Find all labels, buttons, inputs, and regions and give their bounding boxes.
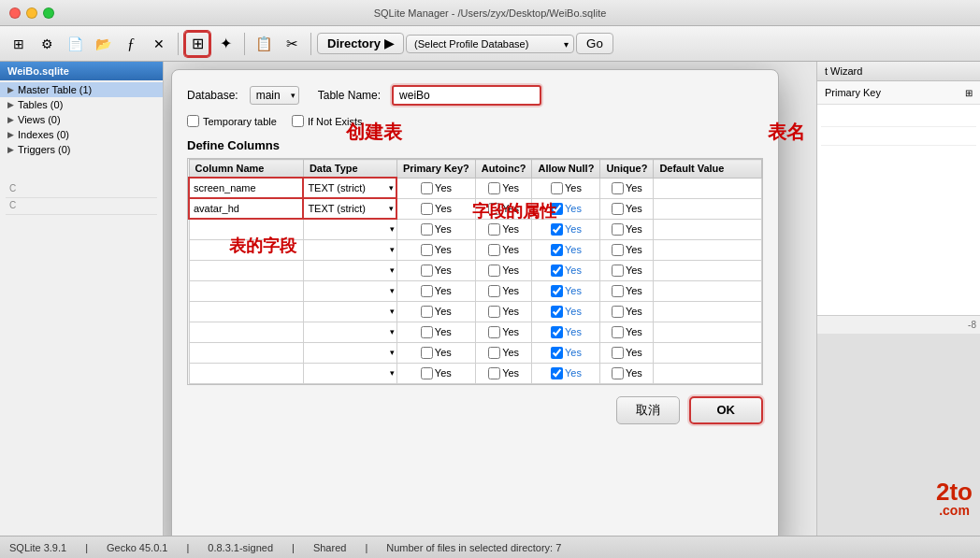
sidebar-db-name[interactable]: WeiBo.sqlite [0, 62, 163, 80]
temp-table-checkbox[interactable] [187, 115, 199, 127]
tablename-input[interactable] [392, 85, 541, 106]
sidebar-views-label: Views (0) [18, 114, 61, 125]
if-not-exists-checkbox-label[interactable]: If Not Exists [292, 115, 363, 127]
col-type-cell-3[interactable]: ▾ [303, 219, 396, 239]
col-header-allownull: Allow Null? [532, 160, 600, 179]
col-primary-cell-2: Yes [396, 198, 475, 219]
toolbar-btn-4[interactable]: 📂 [90, 31, 116, 57]
sidebar-section: ▶ Master Table (1) ▶ Tables (0) ▶ Views … [0, 80, 163, 159]
toolbar-btn-1[interactable]: ⊞ [6, 31, 32, 57]
files-info: Number of files in selected directory: 7 [386, 542, 561, 553]
ok-button[interactable]: OK [689, 396, 764, 424]
col-type-cell-2[interactable]: TEXT (strict) ▾ [303, 198, 396, 219]
sidebar-indexes-label: Indexes (0) [18, 129, 69, 140]
col-default-input-1[interactable] [657, 182, 757, 193]
col-autoinc-cell-1: Yes [475, 178, 532, 198]
sqlite-version: SQLite 3.9.1 [9, 542, 66, 553]
col-default-input-2[interactable] [657, 203, 757, 214]
table-row: TEXT (strict) ▾ Yes Yes Yes Yes [189, 198, 762, 219]
right-panel-title: t Wizard [825, 65, 862, 77]
col-autoinc-cell-2: Yes [475, 198, 532, 219]
triangle-icon: ▶ [7, 100, 14, 109]
sidebar-item-triggers[interactable]: ▶ Triggers (0) [0, 142, 163, 157]
window-title: SQLite Manager - /Users/zyx/Desktop/WeiB… [374, 7, 607, 19]
directory-button[interactable]: Directory ▶ [317, 33, 404, 54]
gecko-version: Gecko 45.0.1 [107, 542, 167, 553]
col-name-input-3[interactable] [194, 223, 299, 235]
col-name-cell-3[interactable] [189, 219, 303, 239]
shared-label: Shared [313, 542, 346, 553]
col-default-cell-2[interactable] [654, 198, 762, 219]
profile-select[interactable]: (Select Profile Database) [406, 35, 574, 53]
columns-table-scroll[interactable]: Column Name Data Type Primary Key? Autoi… [187, 158, 763, 385]
col-default-cell-3[interactable] [654, 219, 762, 239]
toolbar-grid-button[interactable]: ⊞ [184, 31, 210, 57]
toolbar-add-col-button[interactable]: 📋 [251, 31, 277, 57]
toolbar-btn-5[interactable]: ƒ [118, 31, 144, 57]
table-row: TEXT (strict) ▾ Yes Yes Yes Yes [189, 178, 762, 198]
table-row: ▾ Yes Yes Yes Yes [189, 219, 762, 239]
triangle-icon: ▶ [7, 115, 14, 124]
col-allownull-cell-3: Yes [532, 219, 600, 239]
sidebar-item-views[interactable]: ▶ Views (0) [0, 112, 163, 127]
col-header-default: Default Value [654, 160, 762, 179]
toolbar: ⊞ ⚙ 📄 📂 ƒ ✕ ⊞ ✦ 📋 ✂ Directory ▶ (Select … [0, 26, 980, 62]
col-name-input-2[interactable] [194, 203, 298, 214]
triangle-icon: ▶ [7, 130, 14, 139]
sidebar: WeiBo.sqlite ▶ Master Table (1) ▶ Tables… [0, 62, 164, 536]
sidebar-tables-count: (0) [50, 99, 63, 110]
col-unique-cell-3: Yes [600, 219, 654, 239]
sidebar-indexes-count: (0) [57, 129, 69, 140]
checkboxes-row: Temporary table If Not Exists [187, 115, 763, 127]
col-type-cell-1[interactable]: TEXT (strict) ▾ [303, 178, 396, 198]
if-not-exists-checkbox[interactable] [292, 115, 304, 127]
sidebar-item-indexes[interactable]: ▶ Indexes (0) [0, 127, 163, 142]
sidebar-views-count: (0) [48, 114, 60, 125]
col-default-cell-1[interactable] [654, 178, 762, 198]
sidebar-master-count: (1) [79, 84, 92, 95]
database-select[interactable]: main [250, 86, 299, 105]
create-table-dialog: Database: main Table Name: Temporary tab… [171, 69, 779, 536]
go-button[interactable]: Go [576, 33, 613, 54]
cancel-button[interactable]: 取消 [616, 396, 680, 424]
table-row: ▾ Yes Yes Yes Yes [189, 239, 762, 260]
window-controls [0, 7, 54, 19]
status-sep-1: | [85, 542, 88, 553]
sidebar-item-master-table[interactable]: ▶ Master Table (1) [0, 82, 163, 97]
col-name-cell-2[interactable] [189, 198, 303, 219]
col-header-primary: Primary Key? [396, 160, 475, 179]
watermark-line1: 2to [936, 479, 973, 504]
sidebar-triggers-label: Triggers (0) [18, 144, 70, 155]
status-sep-2: | [186, 542, 189, 553]
status-sep-4: | [365, 542, 368, 553]
statusbar: SQLite 3.9.1 | Gecko 45.0.1 | 0.8.3.1-si… [0, 536, 980, 558]
table-row: ▾ Yes Yes Yes Yes [189, 301, 762, 322]
titlebar: SQLite Manager - /Users/zyx/Desktop/WeiB… [0, 0, 980, 26]
toolbar-btn-6[interactable]: ✕ [146, 31, 172, 57]
col-name-input-1[interactable] [194, 182, 298, 193]
toolbar-btn-2[interactable]: ⚙ [34, 31, 60, 57]
table-row: ▾ Yes Yes Yes Yes [189, 260, 762, 280]
minimize-button[interactable] [26, 7, 37, 19]
sidebar-tables-label: Tables (0) [18, 99, 63, 110]
col-name-input-4[interactable] [194, 244, 299, 255]
build-info: 0.8.3.1-signed [208, 542, 273, 553]
maximize-button[interactable] [43, 7, 54, 19]
temp-table-checkbox-label[interactable]: Temporary table [187, 115, 277, 127]
toolbar-btn-3[interactable]: 📄 [62, 31, 88, 57]
dialog-footer: 取消 OK [187, 396, 763, 424]
table-row: ▾ Yes Yes Yes Yes [189, 280, 762, 301]
dialog-header: Database: main Table Name: [187, 85, 763, 106]
main-layout: WeiBo.sqlite ▶ Master Table (1) ▶ Tables… [0, 62, 980, 536]
toolbar-star-button[interactable]: ✦ [212, 31, 238, 57]
toolbar-del-col-button[interactable]: ✂ [279, 31, 305, 57]
col-unique-cell-2: Yes [600, 198, 654, 219]
col-header-name: Column Name [189, 160, 303, 179]
col-name-cell-1[interactable] [189, 178, 303, 198]
columns-table: Column Name Data Type Primary Key? Autoi… [188, 159, 762, 384]
define-columns-title: Define Columns [187, 138, 280, 152]
close-button[interactable] [9, 7, 21, 19]
sidebar-item-tables[interactable]: ▶ Tables (0) [0, 97, 163, 112]
table-row: ▾ Yes Yes Yes Yes [189, 363, 762, 383]
table-row: ▾ Yes Yes Yes Yes [189, 322, 762, 342]
